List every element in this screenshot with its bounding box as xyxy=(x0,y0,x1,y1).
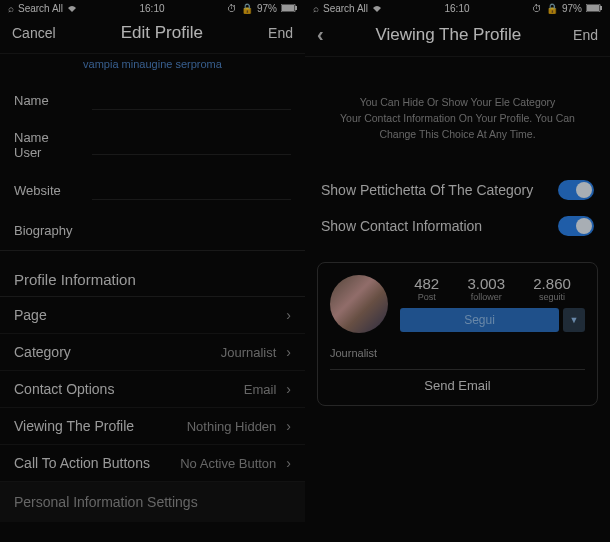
svg-rect-2 xyxy=(295,6,297,10)
back-button[interactable]: ‹ xyxy=(317,23,324,46)
change-photo-link[interactable]: vampia minaugine serproma xyxy=(0,54,305,80)
name-label: Name xyxy=(14,93,92,108)
nav-bar: Cancel Edit Profile End xyxy=(0,17,305,54)
name-input[interactable] xyxy=(92,90,291,110)
chevron-right-icon: › xyxy=(286,307,291,323)
search-icon: ⌕ xyxy=(8,3,14,14)
toggle-row-category: Show Pettichetta Of The Category xyxy=(305,172,610,208)
biography-field-row: Biography xyxy=(0,210,305,250)
row-viewing-label: Viewing The Profile xyxy=(14,418,134,434)
battery-percent: 97% xyxy=(257,3,277,14)
row-cta-label: Call To Action Buttons xyxy=(14,455,150,471)
row-category[interactable]: Category Journalist› xyxy=(0,334,305,371)
cancel-button[interactable]: Cancel xyxy=(12,25,56,41)
row-contact-options[interactable]: Contact Options Email› xyxy=(0,371,305,408)
status-bar: ⌕ Search All 16:10 ⏱ 🔒 97% xyxy=(0,0,305,17)
nav-bar: ‹ Viewing The Profile End xyxy=(305,17,610,57)
svg-rect-5 xyxy=(600,6,602,10)
profile-info-header: Profile Information xyxy=(0,250,305,297)
svg-rect-1 xyxy=(282,5,294,11)
name-field-row: Name xyxy=(0,80,305,120)
search-icon: ⌕ xyxy=(313,3,319,14)
help-text: You Can Hide Or Show Your Ele Category Y… xyxy=(305,57,610,172)
battery-icon xyxy=(586,3,602,14)
website-input[interactable] xyxy=(92,180,291,200)
left-screen: ⌕ Search All 16:10 ⏱ 🔒 97% Cancel Edit P… xyxy=(0,0,305,542)
row-page-label: Page xyxy=(14,307,47,323)
chevron-right-icon: › xyxy=(286,344,291,360)
lock-icon: 🔒 xyxy=(241,3,253,14)
row-category-label: Category xyxy=(14,344,71,360)
row-contact-label: Contact Options xyxy=(14,381,114,397)
battery-icon xyxy=(281,3,297,14)
chevron-right-icon: › xyxy=(286,455,291,471)
toggle-contact[interactable] xyxy=(558,216,594,236)
toggle-row-contact: Show Contact Information xyxy=(305,208,610,244)
follow-dropdown-button[interactable]: ▼ xyxy=(563,308,585,332)
follow-button[interactable]: Segui xyxy=(400,308,559,332)
website-label: Website xyxy=(14,183,92,198)
svg-rect-4 xyxy=(587,5,599,11)
username-label: Name User xyxy=(14,130,92,160)
toggle-category-label: Show Pettichetta Of The Category xyxy=(321,182,533,198)
page-title: Viewing The Profile xyxy=(375,25,521,45)
chevron-right-icon: › xyxy=(286,381,291,397)
preview-job-label: Journalist xyxy=(330,347,585,359)
status-bar: ⌕ Search All 16:10 ⏱ 🔒 97% xyxy=(305,0,610,17)
username-field-row: Name User xyxy=(0,120,305,170)
status-time: 16:10 xyxy=(444,3,469,14)
row-viewing-profile[interactable]: Viewing The Profile Nothing Hidden› xyxy=(0,408,305,445)
stat-posts: 482 Post xyxy=(414,275,439,302)
row-cta-buttons[interactable]: Call To Action Buttons No Active Button› xyxy=(0,445,305,482)
row-contact-value: Email xyxy=(244,382,277,397)
toggle-category[interactable] xyxy=(558,180,594,200)
lock-icon: 🔒 xyxy=(546,3,558,14)
wifi-icon xyxy=(372,3,382,14)
send-email-button[interactable]: Send Email xyxy=(330,369,585,393)
username-input[interactable] xyxy=(92,135,291,155)
alarm-icon: ⏱ xyxy=(227,3,237,14)
wifi-icon xyxy=(67,3,77,14)
chevron-right-icon: › xyxy=(286,418,291,434)
right-screen: ⌕ Search All 16:10 ⏱ 🔒 97% ‹ Viewing The… xyxy=(305,0,610,542)
status-search: Search All xyxy=(18,3,63,14)
alarm-icon: ⏱ xyxy=(532,3,542,14)
profile-preview-card: 482 Post 3.003 follower 2.860 seguiti Se… xyxy=(317,262,598,406)
battery-percent: 97% xyxy=(562,3,582,14)
end-button[interactable]: End xyxy=(268,25,293,41)
row-viewing-value: Nothing Hidden xyxy=(187,419,277,434)
toggle-contact-label: Show Contact Information xyxy=(321,218,482,234)
row-page[interactable]: Page › xyxy=(0,297,305,334)
website-field-row: Website xyxy=(0,170,305,210)
page-title: Edit Profile xyxy=(121,23,203,43)
status-search: Search All xyxy=(323,3,368,14)
biography-label: Biography xyxy=(14,223,92,238)
personal-info-settings[interactable]: Personal Information Settings xyxy=(0,482,305,522)
status-time: 16:10 xyxy=(139,3,164,14)
biography-input[interactable] xyxy=(92,220,291,240)
avatar xyxy=(330,275,388,333)
stat-followers: 3.003 follower xyxy=(467,275,505,302)
row-cta-value: No Active Button xyxy=(180,456,276,471)
stat-following: 2.860 seguiti xyxy=(533,275,571,302)
end-button[interactable]: End xyxy=(573,27,598,43)
row-category-value: Journalist xyxy=(221,345,277,360)
